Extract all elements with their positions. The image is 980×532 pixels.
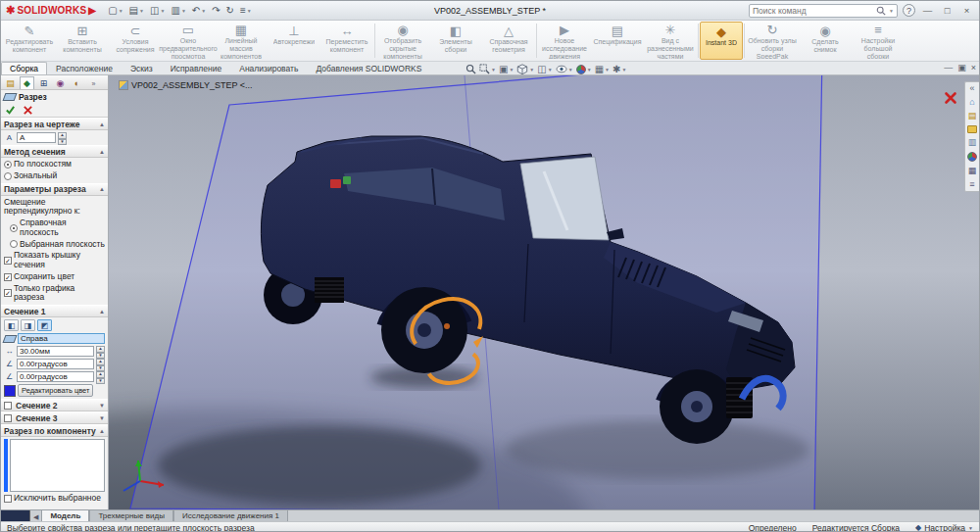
checkbox-keep-color[interactable] — [4, 273, 12, 281]
options-button[interactable]: ≡▼ — [238, 3, 254, 18]
edit-color-button[interactable]: Редактировать цвет — [18, 384, 93, 397]
ribbon-button-reference-geometry[interactable]: △Справочная геометрия — [482, 22, 535, 60]
radio-planar[interactable] — [4, 161, 12, 169]
tab-repair[interactable]: Исправление — [162, 62, 231, 74]
section-header-method[interactable]: Метод сечения▲ — [1, 145, 108, 158]
checkbox-section2[interactable] — [4, 402, 12, 410]
section-view-button[interactable]: ▣▼ — [499, 64, 514, 74]
section-header-drawing-section[interactable]: Разрез на чертеже▲ — [1, 118, 108, 130]
ribbon-button-edit-component[interactable]: ✎Редактировать компонент — [3, 22, 56, 60]
x-rotation-stepper[interactable]: ▲▼ — [96, 359, 105, 369]
print-button[interactable]: ▥▼ — [169, 3, 187, 18]
tab-layout[interactable]: Расположение — [47, 62, 122, 74]
logo-arrow-icon[interactable]: ▶ — [88, 5, 96, 16]
hide-show-items-button[interactable]: ▼ — [556, 65, 573, 73]
edit-appearance-button[interactable]: ▼ — [576, 65, 592, 74]
propertymanager-tab[interactable]: ◆ — [20, 76, 34, 89]
ribbon-button-new-motion-study[interactable]: ▶Новое исследование движения — [538, 22, 591, 60]
ribbon-button-show-hidden-components[interactable]: ◉Отобразить скрытые компоненты — [376, 22, 429, 60]
file-explorer-icon[interactable] — [967, 125, 977, 133]
save-button[interactable]: ◫▼ — [148, 3, 167, 18]
ribbon-button-smart-fasteners[interactable]: ⊥Автокрепежи — [268, 22, 320, 60]
apply-scene-button[interactable]: ▦▼ — [595, 64, 610, 74]
tab-assembly[interactable]: Сборка — [1, 62, 47, 74]
ribbon-button-large-assembly-settings[interactable]: ≡Настройки большой сборки — [852, 22, 905, 60]
document-restore-icon[interactable]: ▣ — [957, 63, 966, 73]
display-style-button[interactable]: ◫▼ — [537, 64, 552, 74]
cancel-button[interactable] — [23, 105, 33, 116]
radio-zonal[interactable] — [4, 172, 12, 180]
open-document-button[interactable]: ▤▼ — [127, 3, 146, 18]
plane-front-button[interactable]: ◧ — [4, 319, 19, 331]
section-header-section2[interactable]: Сечение 2▼ — [1, 399, 108, 411]
motion-study-tab[interactable]: Исследование движения 1 — [173, 509, 288, 521]
checkbox-graphics-only[interactable] — [4, 289, 12, 297]
undo-button[interactable]: ↶▼ — [190, 3, 208, 18]
help-icon[interactable]: ? — [903, 4, 915, 17]
offset-distance-field[interactable]: 30.00мм — [17, 346, 94, 357]
section-color-swatch[interactable] — [4, 385, 16, 397]
appearances-icon[interactable] — [967, 152, 977, 162]
search-input[interactable] — [753, 6, 873, 16]
ribbon-button-assembly-features[interactable]: ◧Элементы сборки — [429, 22, 482, 60]
scenes-icon[interactable]: ▦ — [968, 167, 977, 175]
zoom-fit-button[interactable] — [466, 64, 476, 74]
minimize-window-icon[interactable]: — — [920, 5, 935, 16]
radio-selected-plane[interactable] — [10, 240, 18, 248]
ribbon-button-move-component[interactable]: ↔Переместить компонент — [320, 22, 373, 60]
3d-views-tab[interactable]: Трехмерные виды — [89, 509, 173, 521]
resources-icon[interactable]: ⌂ — [969, 98, 974, 107]
view-settings-button[interactable]: ✱▼ — [612, 64, 626, 74]
checkbox-show-section-cap[interactable] — [4, 257, 12, 265]
document-minimize-icon[interactable]: — — [944, 63, 953, 73]
x-rotation-field[interactable]: 0.00градусов — [17, 359, 94, 369]
section-header-section3[interactable]: Сечение 3▼ — [1, 411, 108, 424]
model-tab[interactable]: Модель — [41, 509, 89, 521]
custom-properties-icon[interactable]: ≡ — [969, 180, 974, 189]
zoom-area-button[interactable]: ▼ — [479, 64, 496, 74]
y-rotation-field[interactable]: 0.00градусов — [17, 371, 94, 382]
command-search[interactable]: ▼ — [749, 4, 898, 18]
checkbox-exclude-selected[interactable] — [4, 495, 12, 503]
offset-distance-stepper[interactable]: ▲▼ — [96, 346, 105, 357]
component-selection-listbox[interactable] — [10, 439, 105, 492]
ribbon-button-take-snapshot[interactable]: ◉Сделать снимок — [799, 22, 852, 60]
radio-reference-plane[interactable] — [10, 224, 18, 232]
ribbon-button-component-preview-window[interactable]: ▭Окно предварительного просмотра компоне… — [162, 22, 215, 60]
ribbon-button-bill-of-materials[interactable]: ▤Спецификация — [591, 22, 644, 60]
ribbon-button-update-speedpak[interactable]: ↻Обновить узлы сборки SpeedPak — [746, 22, 799, 60]
plane-top-button[interactable]: ◨ — [21, 319, 35, 331]
ok-button[interactable] — [5, 105, 16, 116]
section-header-section1[interactable]: Сечение 1▲ — [1, 305, 108, 317]
tab-evaluate[interactable]: Анализировать — [230, 62, 307, 74]
ribbon-button-mate[interactable]: ⊂Условия сопряжения — [109, 22, 162, 60]
rebuild-button[interactable]: ↻ — [224, 3, 236, 18]
plane-right-button[interactable]: ◩ — [37, 319, 52, 331]
collapse-chevron-icon[interactable]: « — [969, 84, 974, 93]
ribbon-button-insert-components[interactable]: ⊞Вставить компоненты — [56, 22, 109, 60]
document-close-icon[interactable]: × — [971, 63, 976, 73]
tab-sketch[interactable]: Эскиз — [122, 62, 162, 74]
ribbon-button-linear-pattern[interactable]: ▦Линейный массив компонентов — [215, 22, 268, 60]
section-header-options[interactable]: Параметры разреза▲ — [1, 183, 108, 196]
configurationmanager-tab[interactable]: ⊞ — [36, 76, 51, 89]
ribbon-button-exploded-view[interactable]: ✳Вид с разнесенными частями — [644, 22, 697, 60]
view-palette-icon[interactable]: ▥ — [968, 138, 977, 147]
maximize-window-icon[interactable]: □ — [940, 5, 955, 16]
configuration-selector[interactable]: ◆ Настройка ▼ — [915, 523, 973, 532]
checkbox-section3[interactable] — [4, 414, 12, 422]
design-library-icon[interactable]: ▤ — [968, 112, 977, 121]
section-label-stepper[interactable]: ▲▼ — [58, 132, 67, 143]
ribbon-button-instant-3d[interactable]: ◆Instant 3D — [700, 22, 743, 60]
plane-name-field[interactable]: Справа — [18, 333, 105, 344]
tab-scroll-left-icon[interactable]: ◀ — [30, 513, 41, 521]
panel-tabs-overflow-icon[interactable]: » — [86, 76, 101, 89]
new-document-button[interactable]: ▢▼ — [106, 3, 124, 18]
featuremanager-tab[interactable]: ▤ — [3, 76, 18, 89]
displaymanager-tab[interactable]: ◐ — [70, 76, 84, 89]
redo-button[interactable]: ↷ — [210, 3, 221, 18]
search-scope-dropdown-icon[interactable]: ▼ — [889, 8, 894, 14]
section-label-field[interactable]: A — [17, 132, 56, 143]
graphics-viewport[interactable]: VP002_ASSEMBLY_STEP <... « ⌂ ▤ ▥ ▦ ≡ — [109, 75, 979, 509]
dimxpertmanager-tab[interactable]: ◉ — [53, 76, 68, 89]
